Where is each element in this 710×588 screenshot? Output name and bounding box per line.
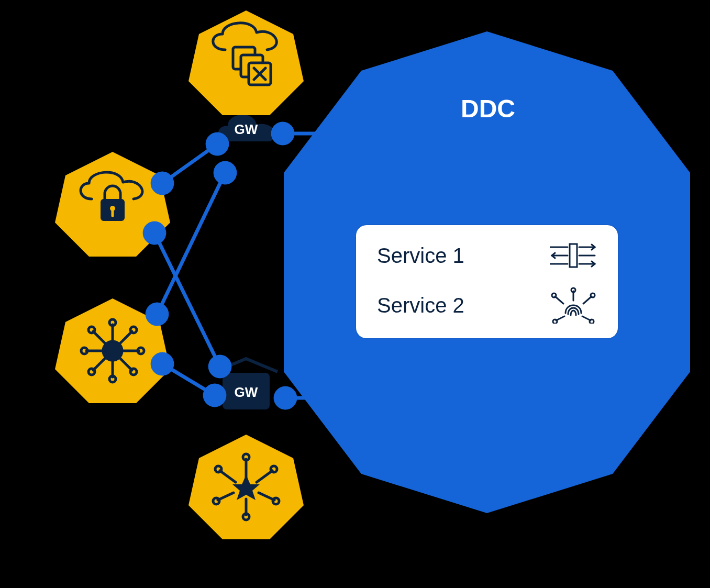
connectors (0, 0, 710, 588)
svg-line-64 (162, 144, 217, 183)
diagram-stage: DDC Service 1 Service 2 (0, 0, 710, 588)
svg-line-67 (157, 173, 225, 314)
svg-line-65 (162, 364, 215, 395)
